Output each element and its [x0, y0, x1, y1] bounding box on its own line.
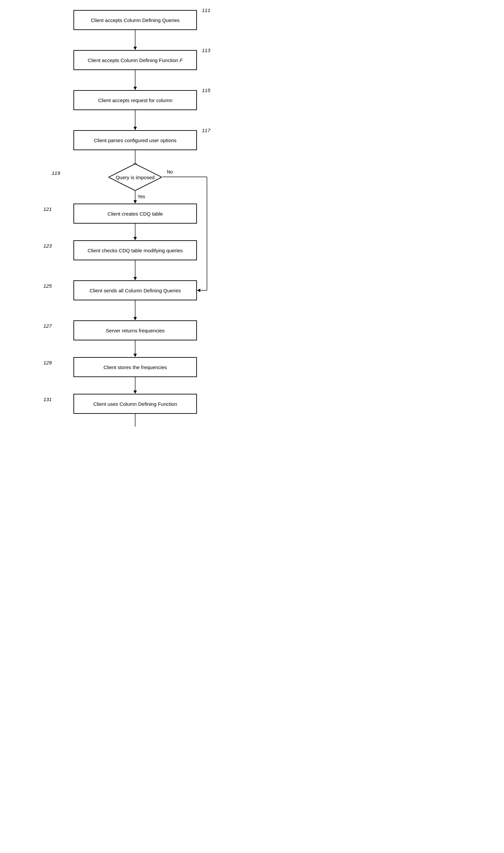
ref-119: 119: [52, 170, 60, 176]
box-117: Client parses configured user options: [73, 130, 197, 150]
svg-marker-3: [133, 87, 137, 90]
ref-125: 125: [43, 283, 52, 289]
box-113: Client accepts Column Defining Function …: [73, 50, 197, 70]
diamond-119: Query is imposed: [108, 167, 162, 187]
box-131: Client uses Column Defining Function: [73, 394, 197, 414]
box-117-label: Client parses configured user options: [94, 138, 177, 143]
ref-111: 111: [202, 7, 210, 13]
box-131-label: Client uses Column Defining Function: [93, 401, 177, 407]
svg-marker-14: [197, 289, 200, 292]
ref-127: 127: [43, 323, 52, 329]
svg-marker-19: [133, 277, 137, 280]
ref-129: 129: [43, 360, 52, 365]
flowchart-container: Yes No Client accepts Column Defining Qu…: [0, 0, 252, 23]
svg-marker-17: [133, 237, 137, 240]
box-127-label: Server returns frequencies: [106, 328, 165, 333]
box-111-label: Client accepts Column Defining Queries: [91, 17, 180, 23]
box-115-label: Client accepts request for column: [98, 97, 173, 103]
ref-117: 117: [202, 127, 210, 133]
box-129: Client stores the frequencies: [73, 357, 197, 377]
box-127: Server returns frequencies: [73, 320, 197, 340]
svg-marker-9: [133, 200, 137, 203]
svg-marker-21: [133, 317, 137, 320]
ref-121: 121: [43, 206, 52, 212]
ref-113: 113: [202, 48, 210, 53]
box-115: Client accepts request for column: [73, 90, 197, 110]
svg-marker-5: [133, 127, 137, 130]
box-123: Client checks CDQ table modifying querie…: [73, 240, 197, 260]
svg-text:Yes: Yes: [138, 194, 145, 199]
box-113-label: Client accepts Column Defining Function …: [88, 57, 183, 63]
svg-marker-25: [133, 391, 137, 394]
ref-115: 115: [202, 87, 210, 93]
box-129-label: Client stores the frequencies: [104, 364, 167, 370]
box-125: Client sends all Column Defining Queries: [73, 280, 197, 301]
svg-text:No: No: [167, 169, 173, 175]
box-111: Client accepts Column Defining Queries: [73, 10, 197, 30]
svg-marker-23: [133, 354, 137, 357]
box-123-label: Client checks CDQ table modifying querie…: [87, 248, 183, 253]
ref-131: 131: [43, 397, 52, 402]
box-125-label: Client sends all Column Defining Queries: [89, 288, 181, 293]
box-121-label: Client creates CDQ table: [107, 211, 163, 217]
diamond-119-label: Query is imposed: [108, 164, 162, 190]
box-121: Client creates CDQ table: [73, 203, 197, 223]
ref-123: 123: [43, 243, 52, 249]
svg-marker-1: [133, 47, 137, 50]
